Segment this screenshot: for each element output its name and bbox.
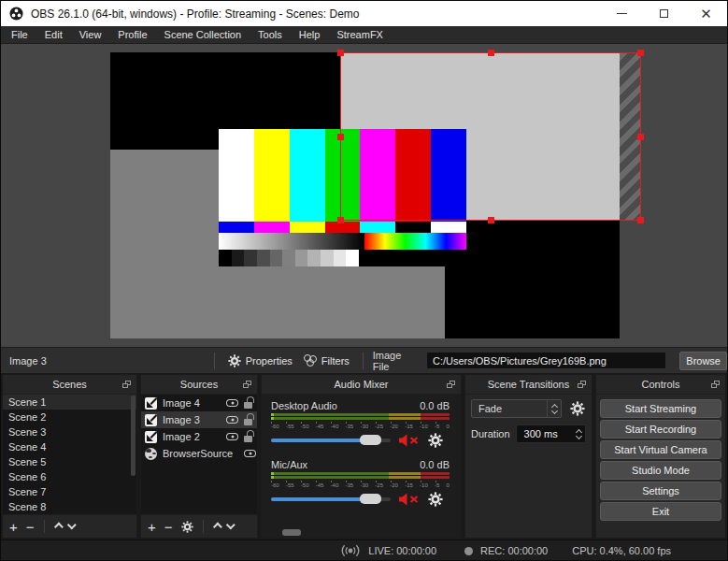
controls-body: Start Streaming Start Recording Start Vi… (596, 395, 725, 538)
sources-panel-header[interactable]: Sources (141, 375, 257, 395)
resize-handle-top-left[interactable] (337, 50, 344, 56)
popout-icon[interactable] (122, 381, 131, 388)
add-scene-button[interactable]: + (9, 520, 18, 534)
control-button[interactable]: Settings (600, 482, 721, 500)
scene-item[interactable]: Scene 8 (3, 499, 136, 514)
source-item[interactable]: Image 4 (141, 395, 257, 411)
globe-icon (145, 448, 157, 460)
meter-tick-label: -60 (271, 424, 279, 429)
meter-tick-label: -15 (405, 424, 413, 429)
volume-slider[interactable] (271, 497, 391, 501)
move-scene-up-button[interactable] (53, 522, 63, 531)
popout-icon[interactable] (711, 381, 720, 388)
transition-select[interactable]: Fade (471, 399, 562, 418)
channel-settings-gear-icon[interactable] (428, 492, 443, 507)
source-item[interactable]: BrowserSource (141, 445, 257, 462)
minimize-icon (617, 13, 627, 14)
unlock-icon[interactable] (244, 419, 252, 425)
control-button[interactable]: Start Virtual Camera (600, 440, 721, 459)
source-item[interactable]: Image 3 (141, 411, 257, 428)
sources-panel: Sources Image 4 Image 3 (140, 374, 258, 539)
control-button[interactable]: Studio Mode (600, 461, 721, 480)
properties-button[interactable]: Properties (222, 352, 298, 370)
control-button[interactable]: Start Streaming (600, 399, 721, 418)
scene-item[interactable]: Scene 5 (3, 454, 136, 469)
remove-source-button[interactable]: − (164, 520, 173, 534)
close-button[interactable]: ✕ (685, 1, 727, 26)
audio-mixer-body: Desktop Audio 0.0 dB -60-55-50-45-40-35-… (262, 395, 461, 538)
image-file-input[interactable] (426, 352, 666, 369)
unlock-icon[interactable] (244, 402, 252, 409)
resize-handle-top-right[interactable] (637, 50, 644, 56)
source-item[interactable]: Image 2 (141, 428, 257, 445)
menu-item[interactable]: StreamFX (328, 26, 392, 44)
resize-handle-bottom-center[interactable] (488, 217, 494, 223)
transition-settings-gear-icon[interactable] (570, 401, 585, 416)
menu-item[interactable]: File (3, 26, 36, 44)
image-icon (145, 397, 157, 410)
scene-item[interactable]: Scene 1 (3, 395, 136, 410)
resize-handle-bottom-left[interactable] (337, 217, 344, 223)
volume-slider-handle[interactable] (360, 435, 381, 445)
menu-item[interactable]: Tools (250, 26, 291, 44)
resize-handle-bottom-right[interactable] (637, 217, 644, 223)
audio-mixer-header[interactable]: Audio Mixer (262, 375, 461, 395)
remove-scene-button[interactable]: − (26, 520, 35, 534)
resize-handle-middle-left[interactable] (337, 134, 344, 140)
preview-area[interactable] (1, 44, 727, 347)
move-source-up-button[interactable] (212, 522, 221, 531)
meter-tick-label: -45 (316, 482, 324, 488)
scenes-panel-header[interactable]: Scenes (3, 375, 136, 395)
move-scene-down-button[interactable] (66, 520, 76, 529)
visibility-eye-icon[interactable] (244, 450, 256, 457)
menu-item[interactable]: Edit (36, 26, 71, 44)
visibility-eye-icon[interactable] (226, 416, 238, 424)
filters-button[interactable]: Filters (298, 352, 355, 369)
scene-item[interactable]: Scene 3 (3, 424, 136, 439)
unlock-icon[interactable] (244, 436, 252, 442)
volume-slider-handle[interactable] (360, 494, 381, 504)
meter-tick-label: -10 (420, 482, 428, 488)
visibility-eye-icon[interactable] (226, 433, 238, 440)
popout-icon[interactable] (447, 381, 455, 388)
menu-item[interactable]: Profile (109, 26, 155, 44)
duration-spinbox[interactable]: 300 ms (516, 424, 586, 443)
resize-handle-middle-right[interactable] (637, 134, 644, 140)
minimize-button[interactable] (601, 1, 643, 26)
volume-slider[interactable] (271, 439, 391, 442)
popout-icon[interactable] (243, 381, 251, 388)
maximize-button[interactable] (643, 1, 685, 26)
title-bar[interactable]: OBS 26.1.0 (64-bit, windows) - Profile: … (1, 1, 727, 26)
menu-item[interactable]: Help (291, 26, 329, 44)
popout-icon[interactable] (578, 381, 586, 388)
duration-spinner[interactable] (572, 425, 585, 442)
menu-item[interactable]: Scene Collection (156, 26, 250, 44)
meter-tick-label: -50 (301, 424, 309, 429)
visibility-eye-icon[interactable] (226, 399, 238, 407)
controls-header[interactable]: Controls (596, 375, 725, 395)
control-button[interactable]: Start Recording (600, 420, 721, 439)
mixer-scrollbar[interactable] (282, 529, 301, 536)
grayscale-gradient (219, 233, 364, 250)
scenes-scrollbar[interactable] (131, 396, 136, 476)
channel-settings-gear-icon[interactable] (428, 433, 443, 448)
control-button[interactable]: Exit (600, 502, 721, 521)
scene-item[interactable]: Scene 2 (3, 410, 136, 424)
move-source-down-button[interactable] (225, 520, 235, 529)
resize-handle-top-center[interactable] (488, 50, 494, 56)
transition-select-spinner[interactable] (547, 400, 561, 417)
selection-bounding-box[interactable] (340, 52, 641, 221)
source-properties-button[interactable] (181, 521, 193, 533)
scene-item[interactable]: Scene 6 (3, 469, 136, 484)
selected-source-label: Image 3 (1, 355, 207, 367)
browse-button[interactable]: Browse (679, 352, 727, 370)
mute-speaker-icon[interactable] (397, 493, 420, 506)
menu-item[interactable]: View (71, 26, 110, 44)
add-source-button[interactable]: + (148, 520, 156, 534)
transition-selected-value: Fade (472, 403, 547, 414)
status-bar: LIVE: 00:00:00 REC: 00:00:00 CPU: 0.4%, … (1, 539, 727, 561)
scene-item[interactable]: Scene 4 (3, 439, 136, 454)
scene-item[interactable]: Scene 7 (3, 484, 136, 499)
mute-speaker-icon[interactable] (397, 434, 420, 447)
scene-transitions-header[interactable]: Scene Transitions (465, 375, 592, 395)
